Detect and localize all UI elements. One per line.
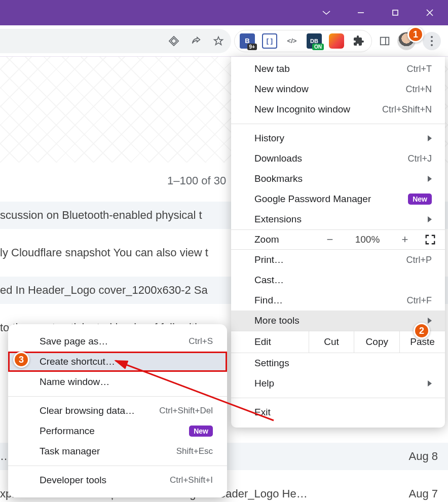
chevron-right-icon: [428, 176, 432, 182]
menu-help[interactable]: Help: [231, 373, 445, 394]
browser-toolbar: B9+ [ ] </> DBON: [0, 25, 448, 57]
menu-edit-row: Edit Cut Copy Paste: [231, 331, 445, 353]
menu-settings[interactable]: Settings: [231, 353, 445, 373]
extension-icon-1[interactable]: B9+: [240, 33, 255, 49]
svg-rect-4: [381, 37, 389, 45]
lens-icon[interactable]: [168, 35, 179, 47]
menu-password-manager[interactable]: Google Password ManagerNew: [231, 189, 445, 209]
submenu-save-page[interactable]: Save page as…Ctrl+S: [8, 331, 227, 352]
chevron-right-icon: [428, 216, 432, 222]
menu-more-tools[interactable]: More tools: [231, 311, 445, 331]
zoom-label: Zoom: [254, 234, 310, 245]
menu-find[interactable]: Find…Ctrl+F: [231, 290, 445, 311]
titlebar-chevron-icon[interactable]: [311, 3, 342, 23]
chevron-right-icon: [428, 318, 432, 324]
menu-exit[interactable]: Exit: [231, 402, 445, 422]
zoom-in-button[interactable]: +: [394, 233, 416, 246]
zoom-out-button[interactable]: −: [319, 233, 341, 246]
chrome-menu-button[interactable]: [423, 32, 441, 50]
extension-icon-5[interactable]: [329, 33, 344, 49]
extensions-puzzle-icon[interactable]: [351, 33, 366, 49]
submenu-name-window[interactable]: Name window…: [8, 372, 227, 392]
extensions-tray: B9+ [ ] </> DBON: [234, 30, 372, 52]
extension-icon-4[interactable]: DBON: [307, 33, 322, 49]
menu-history[interactable]: History: [231, 128, 445, 148]
chrome-main-menu: New tabCtrl+T New windowCtrl+N New Incog…: [231, 57, 445, 428]
copy-button[interactable]: Copy: [354, 331, 399, 353]
fullscreen-icon[interactable]: [425, 234, 436, 245]
menu-print[interactable]: Print…Ctrl+P: [231, 250, 445, 270]
extension-icon-2[interactable]: [ ]: [262, 33, 277, 49]
extension-icon-3[interactable]: </>: [284, 33, 300, 49]
window-titlebar: [0, 0, 448, 25]
minimize-button[interactable]: [346, 3, 376, 23]
menu-zoom-row: Zoom − 100% +: [231, 229, 445, 250]
zoom-value: 100%: [350, 234, 385, 245]
more-tools-submenu: Save page as…Ctrl+S Create shortcut… Nam…: [8, 324, 227, 497]
close-button[interactable]: [415, 3, 445, 23]
menu-downloads[interactable]: DownloadsCtrl+J: [231, 148, 445, 169]
menu-incognito[interactable]: New Incognito windowCtrl+Shift+N: [231, 99, 445, 120]
svg-rect-1: [393, 10, 398, 15]
menu-new-tab[interactable]: New tabCtrl+T: [231, 59, 445, 79]
chevron-right-icon: [428, 380, 432, 387]
share-icon[interactable]: [191, 35, 202, 47]
submenu-performance[interactable]: PerformanceNew: [8, 421, 227, 441]
submenu-clear-data[interactable]: Clear browsing data…Ctrl+Shift+Del: [8, 401, 227, 421]
omnibox-area[interactable]: [0, 29, 231, 53]
edit-label: Edit: [231, 331, 309, 353]
bookmark-star-icon[interactable]: [213, 35, 224, 47]
callout-1: 1: [407, 26, 424, 43]
cut-button[interactable]: Cut: [309, 331, 354, 353]
menu-bookmarks[interactable]: Bookmarks: [231, 169, 445, 189]
submenu-task-manager[interactable]: Task managerShift+Esc: [8, 441, 227, 461]
submenu-dev-tools[interactable]: Developer toolsCtrl+Shift+I: [8, 470, 227, 490]
menu-new-window[interactable]: New windowCtrl+N: [231, 79, 445, 99]
side-panel-icon[interactable]: [379, 35, 390, 47]
maximize-button[interactable]: [380, 3, 410, 23]
chevron-right-icon: [428, 135, 432, 141]
callout-3: 3: [13, 352, 29, 368]
submenu-create-shortcut[interactable]: Create shortcut…: [8, 352, 227, 372]
menu-extensions[interactable]: Extensions: [231, 209, 445, 229]
menu-cast[interactable]: Cast…: [231, 270, 445, 290]
callout-2: 2: [414, 323, 430, 339]
